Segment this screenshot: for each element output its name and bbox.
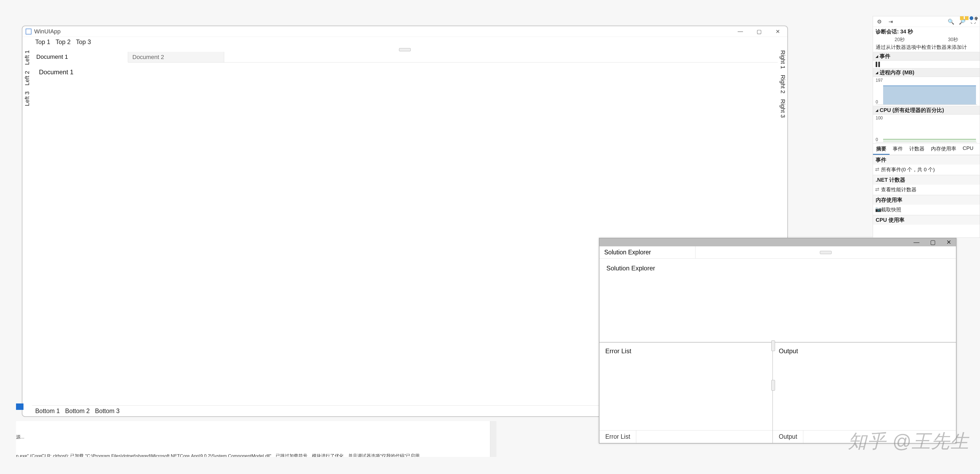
solution-explorer-tab[interactable]: Solution Explorer [600,246,695,259]
cpu-y-bottom: 0 [876,137,878,142]
pause-icon[interactable] [876,62,881,67]
error-list-label: Error List [600,343,772,430]
cat-cpu-usage: CPU 使用率 [873,215,980,225]
mem-header-text: 进程内存 (MB) [880,69,914,76]
right-item-3[interactable]: Right 3 [779,98,786,119]
diag-session-label: 诊断会话: 34 秒 [873,27,980,36]
diag-hint: 通过从计数器选项中检查计数器来添加计 [873,43,980,52]
diag-events-row [873,61,980,68]
top-tab-1[interactable]: Top 1 [35,38,50,46]
solution-explorer-content: Solution Explorer [600,259,956,342]
diag-tab-summary[interactable]: 摘要 [873,144,889,155]
cat-memory-usage: 内存使用率 [873,195,980,205]
mem-y-top: 197 [876,78,883,83]
left-item-3[interactable]: Left 3 [24,90,31,107]
item-take-snapshot[interactable]: 截取快照 [873,205,980,215]
lower-panes: Error List Error List Output Output [600,343,956,443]
diag-tab-counters[interactable]: 计数器 [906,144,928,155]
splitter-grip[interactable] [820,251,832,254]
mem-legend: 专 [960,16,978,21]
settings-icon[interactable]: ⚙ [876,18,883,26]
dbg-scrollbar[interactable] [490,421,496,457]
splitter-grip-top[interactable] [32,48,778,52]
item-all-events[interactable]: 所有事件(0 个，共 0 个) [873,164,980,175]
cpu-y-top: 100 [876,116,883,121]
memory-chart[interactable]: 197 0 [876,78,977,105]
window-controls: ― ▢ ✕ [735,27,783,35]
diagnostic-tools-panel: ⚙ ⇥ 🔍 🔎 ⛶ 诊断会话: 34 秒 20秒 30秒 通过从计数器选项中检查… [873,16,980,238]
document-tabs: Document 1 Document 2 [32,52,778,62]
mem-y-bottom: 0 [876,100,878,104]
minimize-button[interactable]: ― [735,27,745,35]
selection-indicator [16,404,24,410]
float-titlebar[interactable]: ― ▢ ✕ [600,238,956,246]
top-tab-3[interactable]: Top 3 [76,38,91,46]
splitter-grip-v2[interactable] [771,380,775,391]
splitter-grip-v1[interactable] [771,340,775,351]
output-tab[interactable]: Output [773,431,803,443]
diag-memory-header[interactable]: 进程内存 (MB) 专 [873,68,980,77]
error-list-pane: Error List Error List [600,343,773,443]
close-button[interactable]: ✕ [773,27,783,35]
diag-summary-tabs: 摘要 事件 计数器 内存使用率 CPU [873,144,980,155]
diag-time-scale: 20秒 30秒 [873,36,980,43]
doc-tab-2[interactable]: Document 2 [128,52,224,62]
top-dock-tabs: Top 1 Top 2 Top 3 [22,37,787,48]
titlebar: WinUIApp ― ▢ ✕ [22,26,787,37]
bottom-tab-3[interactable]: Bottom 3 [95,407,119,415]
diag-cpu-header[interactable]: CPU (所有处理器的百分比) [873,106,980,115]
diag-events-header[interactable]: 事件 [873,52,980,61]
solution-explorer-pane: Solution Explorer Solution Explorer [600,246,956,343]
bottom-tab-2[interactable]: Bottom 2 [65,407,90,415]
export-icon[interactable]: ⇥ [887,18,894,26]
dbg-line-1: p.exe" (CoreCLR: clrhost): 已加载 "C:\Progr… [16,453,496,457]
cat-net-counters: .NET 计数器 [873,175,980,185]
item-view-counters[interactable]: 查看性能计数器 [873,185,980,195]
right-item-1[interactable]: Right 1 [779,49,786,70]
left-item-1[interactable]: Left 1 [24,49,31,66]
floating-tool-window: ― ▢ ✕ Solution Explorer Solution Explore… [599,238,956,444]
legend-private: 专 [974,16,978,21]
maximize-button[interactable]: ▢ [754,27,764,35]
dbg-line-0: 源... [16,434,496,440]
float-minimize-button[interactable]: ― [913,239,920,246]
top-tab-2[interactable]: Top 2 [56,38,70,46]
output-pane: Output Output [773,343,956,443]
solution-tab-row: Solution Explorer [600,246,956,259]
bottom-tab-1[interactable]: Bottom 1 [35,407,60,415]
scale-20s: 20秒 [895,36,905,43]
output-label: Output [773,343,956,430]
app-icon [25,29,32,35]
diag-tab-cpu[interactable]: CPU [959,144,977,155]
diag-tab-memory[interactable]: 内存使用率 [928,144,959,155]
doc-tab-1[interactable]: Document 1 [32,52,128,62]
float-maximize-button[interactable]: ▢ [930,239,936,246]
left-dock-strip: Left 1 Left 2 Left 3 [22,48,32,405]
left-item-2[interactable]: Left 2 [24,70,31,86]
diag-tab-events[interactable]: 事件 [889,144,906,155]
app-title: WinUIApp [34,28,733,35]
zoom-in-icon[interactable]: 🔍 [947,18,955,26]
float-close-button[interactable]: ✕ [947,239,951,246]
scale-30s: 30秒 [948,36,958,43]
right-item-2[interactable]: Right 2 [779,74,786,94]
cpu-chart[interactable]: 100 0 [876,116,977,142]
debug-output[interactable]: 源... p.exe" (CoreCLR: clrhost): 已加载 "C:\… [16,421,496,457]
cat-events: 事件 [873,155,980,164]
error-list-tab[interactable]: Error List [600,431,636,443]
